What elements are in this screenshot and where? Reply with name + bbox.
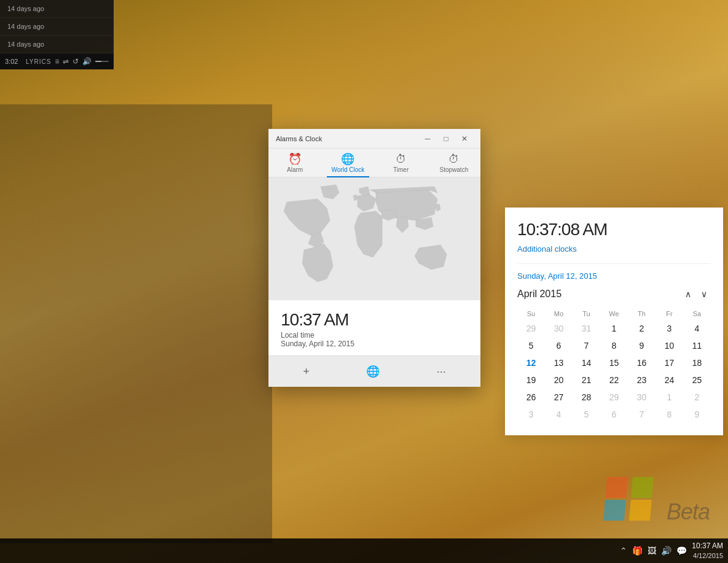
close-button[interactable]: ✕: [456, 132, 473, 146]
calendar-day-cell[interactable]: 5: [517, 337, 545, 354]
calendar-day-cell[interactable]: 3: [656, 320, 683, 337]
volume-icon[interactable]: 🔊: [82, 57, 92, 66]
maximize-button[interactable]: □: [437, 132, 455, 146]
calendar-day-cell[interactable]: 22: [600, 371, 628, 389]
minimize-button[interactable]: ─: [419, 132, 436, 146]
calendar-day-cell[interactable]: 8: [656, 406, 683, 423]
tab-timer-label: Timer: [393, 166, 409, 173]
window-controls: ─ □ ✕: [419, 132, 473, 146]
calendar-day-cell[interactable]: 6: [545, 337, 573, 354]
logo-blue-pane: [603, 500, 626, 521]
music-controls-bar: 3:02 LYRICS ≡ ⇌ ↺ 🔊: [0, 53, 114, 69]
calendar-next-button[interactable]: ∨: [697, 288, 711, 300]
window-title: Alarms & Clock: [276, 135, 322, 142]
time-display-area: 10:37 AM Local time Sunday, April 12, 20…: [268, 300, 480, 355]
windows-logo-watermark: [605, 477, 654, 526]
world-map-svg: [268, 177, 480, 300]
calendar-day-cell[interactable]: 20: [545, 371, 573, 389]
weekday-we: We: [600, 308, 628, 320]
calendar-day-cell[interactable]: 21: [573, 371, 600, 389]
calendar-day-cell[interactable]: 30: [628, 389, 656, 406]
more-options-button[interactable]: ···: [432, 363, 451, 381]
calendar-day-label: Sunday, April 12, 2015: [517, 271, 711, 281]
taskbar-chevron-icon[interactable]: ⌃: [620, 546, 627, 556]
calendar-day-cell[interactable]: 7: [628, 406, 656, 423]
stopwatch-icon: ⏱: [448, 153, 460, 165]
calendar-day-cell[interactable]: 13: [545, 354, 573, 371]
calendar-day-cell[interactable]: 4: [545, 406, 573, 423]
tab-stopwatch[interactable]: ⏱ Stopwatch: [428, 149, 480, 177]
calendar-day-cell[interactable]: 16: [628, 354, 656, 371]
calendar-day-cell[interactable]: 23: [628, 371, 656, 389]
shuffle-button[interactable]: ⇌: [63, 57, 69, 66]
taskbar-monitor-icon[interactable]: 🖼: [648, 546, 656, 556]
calendar-day-cell[interactable]: 30: [545, 320, 573, 337]
calendar-day-cell[interactable]: 12: [517, 354, 545, 371]
calendar-day-cell[interactable]: 11: [683, 337, 711, 354]
window-titlebar: Alarms & Clock ─ □ ✕: [268, 129, 480, 149]
calendar-day-cell[interactable]: 25: [683, 371, 711, 389]
music-player-panel: 14 days ago 14 days ago 14 days ago 3:02…: [0, 0, 114, 69]
calendar-day-cell[interactable]: 28: [573, 389, 600, 406]
calendar-prev-button[interactable]: ∧: [681, 288, 695, 300]
window-bottom-bar: + 🌐 ···: [268, 355, 480, 387]
calendar-day-cell[interactable]: 3: [517, 406, 545, 423]
taskbar-date-display: 4/12/2015: [692, 551, 723, 560]
calendar-day-cell[interactable]: 18: [683, 354, 711, 371]
taskbar: ⌃ 🎁 🖼 🔊 💬 10:37 AM 4/12/2015: [0, 538, 728, 563]
list-item: 14 days ago: [0, 18, 114, 36]
weekday-mo: Mo: [545, 308, 573, 320]
calendar-weekday-row: Su Mo Tu We Th Fr Sa: [517, 308, 711, 320]
add-clock-button[interactable]: +: [298, 363, 315, 381]
calendar-day-cell[interactable]: 26: [517, 389, 545, 406]
calendar-day-cell[interactable]: 15: [600, 354, 628, 371]
calendar-day-cell[interactable]: 4: [683, 320, 711, 337]
calendar-day-cell[interactable]: 29: [517, 320, 545, 337]
beta-text: Beta: [667, 499, 710, 525]
lyrics-label[interactable]: LYRICS: [26, 58, 51, 65]
weekday-fr: Fr: [656, 308, 683, 320]
repeat-button[interactable]: ↺: [72, 57, 79, 66]
list-view-button[interactable]: ≡: [55, 57, 59, 66]
logo-yellow-pane: [628, 500, 651, 521]
calendar-day-cell[interactable]: 14: [573, 354, 600, 371]
taskbar-gift-icon[interactable]: 🎁: [632, 546, 643, 556]
calendar-day-cell[interactable]: 7: [573, 337, 600, 354]
calendar-day-cell[interactable]: 2: [628, 320, 656, 337]
calendar-day-cell[interactable]: 10: [656, 337, 683, 354]
calendar-week-row: 262728293012: [517, 389, 711, 406]
tab-world-clock[interactable]: 🌐 World Clock: [321, 149, 374, 177]
tab-alarm-label: Alarm: [287, 166, 303, 173]
taskbar-speaker-icon[interactable]: 🔊: [661, 546, 671, 556]
taskbar-message-icon[interactable]: 💬: [676, 546, 687, 556]
local-time-label: Local time: [281, 331, 468, 340]
calendar-day-cell[interactable]: 5: [573, 406, 600, 423]
calendar-day-cell[interactable]: 9: [628, 337, 656, 354]
calendar-day-cell[interactable]: 19: [517, 371, 545, 389]
taskbar-time-display: 10:37 AM: [692, 542, 723, 551]
additional-clocks-link[interactable]: Additional clocks: [517, 244, 711, 254]
calendar-day-cell[interactable]: 9: [683, 406, 711, 423]
app-background-area: [0, 104, 272, 543]
calendar-day-cell[interactable]: 29: [600, 389, 628, 406]
calendar-day-cell[interactable]: 17: [656, 354, 683, 371]
calendar-body: 2930311234567891011121314151617181920212…: [517, 320, 711, 423]
taskbar-right: ⌃ 🎁 🖼 🔊 💬 10:37 AM 4/12/2015: [620, 542, 723, 560]
calendar-day-cell[interactable]: 31: [573, 320, 600, 337]
tab-alarm[interactable]: ⏰ Alarm: [268, 149, 321, 177]
calendar-day-cell[interactable]: 24: [656, 371, 683, 389]
calendar-day-cell[interactable]: 6: [600, 406, 628, 423]
taskbar-clock[interactable]: 10:37 AM 4/12/2015: [692, 542, 723, 560]
calendar-day-cell[interactable]: 8: [600, 337, 628, 354]
calendar-day-cell[interactable]: 2: [683, 389, 711, 406]
calendar-day-cell[interactable]: 1: [600, 320, 628, 337]
calendar-day-cell[interactable]: 1: [656, 389, 683, 406]
current-time: 10:37 AM: [281, 310, 468, 330]
calendar-time: 10:37:08 AM: [517, 220, 711, 239]
weekday-th: Th: [628, 308, 656, 320]
globe-button[interactable]: 🌐: [361, 362, 385, 381]
progress-bar[interactable]: [95, 61, 109, 62]
weekday-su: Su: [517, 308, 545, 320]
calendar-day-cell[interactable]: 27: [545, 389, 573, 406]
tab-timer[interactable]: ⏱ Timer: [375, 149, 428, 177]
